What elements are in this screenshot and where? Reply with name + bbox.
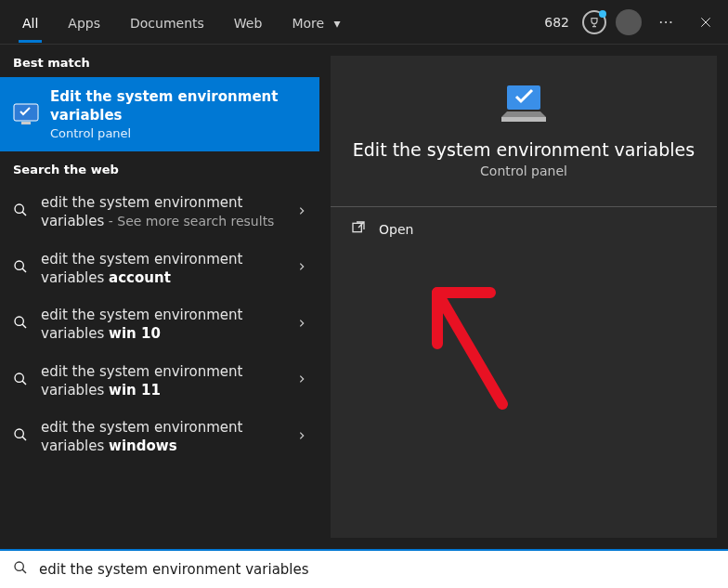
best-match-result[interactable]: Edit the system environment variables Co… [0,77,319,151]
preview-panel: Edit the system environment variables Co… [331,56,717,538]
svg-marker-8 [501,111,546,117]
chevron-down-icon: ▾ [334,16,341,31]
open-icon [351,220,366,239]
open-label: Open [379,222,413,237]
scope-tab-documents[interactable]: Documents [115,4,219,41]
rewards-icon[interactable] [582,10,606,34]
chevron-right-icon[interactable] [297,428,306,446]
preview-title: Edit the system environment variables [349,139,698,160]
search-icon [13,315,30,333]
user-avatar[interactable] [616,9,642,35]
scope-tabs: All Apps Documents Web More ▾ [7,4,356,41]
results-panel: Best match Edit the system environment v… [0,45,319,549]
scope-tab-web[interactable]: Web [219,4,278,41]
svg-point-2 [15,204,23,213]
scope-tab-apps[interactable]: Apps [53,4,115,41]
web-result-text: edit the system environment variables wi… [41,362,286,400]
preview-subtitle: Control panel [349,163,698,178]
web-result-0[interactable]: edit the system environment variables - … [0,184,319,241]
preview-control-panel-icon [498,84,550,124]
chevron-right-icon[interactable] [297,316,306,333]
svg-point-3 [15,261,23,269]
best-match-title: Edit the system environment variables [50,88,306,124]
search-icon [13,259,30,278]
red-arrow-annotation [423,279,535,427]
web-result-text: edit the system environment variables - … [41,193,286,231]
svg-point-6 [15,429,23,438]
svg-point-5 [15,373,23,382]
scope-tab-more[interactable]: More ▾ [277,4,355,41]
svg-rect-1 [21,122,31,124]
web-result-text: edit the system environment variables ac… [41,250,286,288]
best-match-label: Best match [0,45,319,77]
svg-point-11 [15,562,23,570]
rewards-points: 682 [544,15,569,30]
search-bar[interactable]: edit the system environment variables [0,549,728,588]
search-icon [13,560,28,579]
chevron-right-icon[interactable] [297,203,306,221]
chevron-right-icon[interactable] [297,372,306,389]
control-panel-icon [13,101,39,127]
web-result-1[interactable]: edit the system environment variables ac… [0,241,319,297]
best-match-subtitle: Control panel [50,126,306,140]
svg-rect-9 [501,117,546,122]
web-result-3[interactable]: edit the system environment variables wi… [0,353,319,410]
close-icon [699,16,712,29]
close-button[interactable] [691,7,721,37]
search-input-text[interactable]: edit the system environment variables [39,561,309,578]
svg-rect-10 [353,223,361,231]
web-result-text: edit the system environment variables wi… [41,418,286,456]
svg-point-4 [15,317,23,325]
web-result-text: edit the system environment variables wi… [41,306,286,344]
more-options-button[interactable]: ⋯ [651,9,682,34]
scope-tab-all[interactable]: All [7,4,53,41]
search-icon [13,203,30,221]
web-result-4[interactable]: edit the system environment variables wi… [0,409,319,465]
chevron-right-icon[interactable] [297,259,306,277]
search-icon [13,427,30,446]
open-action[interactable]: Open [331,207,717,252]
scope-bar: All Apps Documents Web More ▾ 682 ⋯ [0,0,728,45]
search-web-label: Search the web [0,151,319,184]
scope-tab-more-label: More [292,16,324,31]
search-icon [13,372,30,390]
web-result-2[interactable]: edit the system environment variables wi… [0,296,319,353]
